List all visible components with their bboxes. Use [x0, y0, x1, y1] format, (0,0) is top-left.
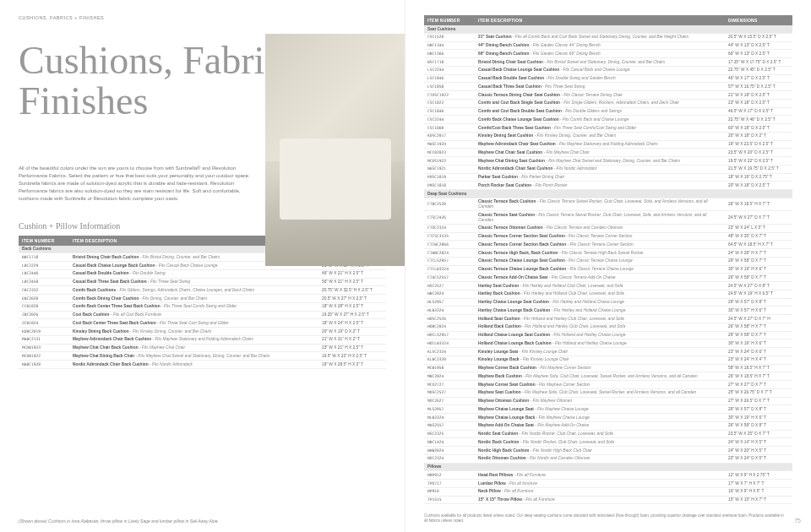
table-row: NHB2024Nordic High Back Cushion - Fits N…	[424, 447, 792, 455]
cell-dim: 30" W X 19" H X 6" T	[725, 414, 792, 422]
cell-desc: Comfo/Cozi Back Three Seat Cushion - Fit…	[475, 124, 725, 133]
cell-item: CTBC2520	[424, 198, 475, 211]
cell-dim: 19.25" W X 27" H X 2.5" T	[318, 311, 386, 319]
table-row: CSC2244Comfo Back Chaise Lounge Seat Cus…	[424, 116, 792, 124]
cell-item: HOSC2526	[424, 315, 475, 323]
cell-dim: 24.5" W X 27" D X 7" H	[725, 315, 792, 323]
cell-item: MDSC2527	[424, 388, 475, 397]
cell-desc: Mayhew Adirondack Chair Seat Cushion - F…	[475, 140, 725, 149]
cell-item: NP916	[424, 487, 475, 496]
cell-desc: Nordic Adirondack Chair Seat Cushion - F…	[475, 165, 725, 173]
cell-item: TP1717	[424, 504, 475, 505]
table-row: CTCLB3324Classic Terrace Chaise Lounge B…	[424, 265, 792, 274]
cell-dim: 20" W X 18" D X 2.5" T	[725, 182, 792, 190]
cell-item: HLB3324	[424, 307, 475, 315]
cell-desc: Classic Terrace Chaise Lounge Seat Cushi…	[475, 257, 725, 265]
cell-desc: Comfo and Cozi Back Double Seat Cushion …	[475, 107, 725, 116]
cell-desc: Hartley Back Cushion - Fits Hartley and …	[475, 290, 725, 298]
cell-desc: Cozi Back Center Three Seat Back Cushion…	[69, 319, 318, 328]
table-row: MDSC2527Mayhew Seat Cushion - Fits Mayhe…	[424, 388, 792, 397]
cell-item: CSC1860	[424, 124, 475, 133]
cell-dim: 66" W X 13" D X 2.5" T	[725, 50, 792, 58]
cell-item: MCDS1922	[424, 157, 475, 166]
right-cushion-table: ITEM NUMBER ITEM DESCRIPTION DIMENSIONS …	[424, 15, 792, 505]
table-row: NP916Neck Pillow - Fits all Furniture16"…	[424, 487, 792, 496]
cell-item: LBC2446	[19, 269, 69, 278]
cell-dim: 26" W X 18.5" H X 7" T	[725, 198, 792, 211]
table-row: MBC2024Mayhew Back Cushion - Fits Mayhew…	[424, 372, 792, 381]
table-row: MLS2957Mayhew Chaise Lounge Seat - Fits …	[424, 405, 792, 414]
cell-desc: Casual Back Double Cushion - Fits Double…	[69, 269, 318, 278]
table-row: CTBC2520Classic Terrace Back Cushion - F…	[424, 198, 792, 211]
cell-dim: 20" W X 19" D X 2" T	[318, 328, 386, 336]
table-row: CSC152021" Seat Cushion - Fits all Comfo…	[424, 33, 792, 41]
table-subhead: Pillows	[424, 463, 792, 471]
cell-item: CBC2332	[19, 286, 69, 295]
cell-dim: 23" W X 21" H X 2.5" T	[318, 344, 386, 352]
table-row: HRP912Head Rest Pillows - Fits all Furni…	[424, 471, 792, 480]
table-row: HOBC2024Holland Back Cushion - Fits Holl…	[424, 323, 792, 331]
left-page: CUSHIONS, FABRICS + FINISHES Cushions, F…	[0, 0, 406, 532]
cell-dim: 23.5" W X 20" D X 2.5" T	[725, 149, 792, 157]
cell-item: NOC2324	[424, 454, 475, 463]
cell-desc: Nordic Ottoman Cushion - Fits Nordic and…	[475, 454, 725, 463]
cell-dim: 23" W X 24" H X 4" T	[725, 356, 792, 364]
cell-item: CTOC2324	[424, 224, 475, 232]
cell-item: ZBC2026	[19, 311, 69, 319]
cell-item: MBC2024	[424, 372, 475, 381]
cell-dim: 19.5" W X 22" H X 2.5" T	[318, 352, 386, 361]
cell-dim: 24" W X 28" H X 7" T	[725, 249, 792, 258]
table-row: CTSC2426Classic Terrace Seat Cushion - F…	[424, 211, 792, 225]
table-row: LBC2446Casual Back Double Cushion - Fits…	[19, 269, 386, 278]
cell-desc: Mayhew Corner Back Cushion - Fits Mayhew…	[475, 364, 725, 372]
cell-desc: Classic Terrace Seat Cushion - Fits Clas…	[475, 211, 725, 225]
cell-dim: 26" W X 58" D X 8" T	[725, 421, 792, 430]
cell-item: BBC1718	[19, 253, 69, 262]
cell-dim: 64.5" W X 18.5" H X 7" T	[725, 241, 792, 249]
table-row: LSC2244Casual Back Chaise Lounge Seat Cu…	[424, 66, 792, 74]
cell-desc: Hartley Seat Cushion - Fits Hartley and …	[475, 282, 725, 290]
cell-desc: Kinsley Dining Seat Cushion - Fits Kinsl…	[475, 132, 725, 140]
cell-desc: Mayhew Chat Chair Back Cushion - Fits Ma…	[69, 344, 318, 352]
cell-dim: 27" W X 26.5" D X 7" T	[725, 397, 792, 405]
table-row: MCB1958Mayhew Corner Back Cushion - Fits…	[424, 364, 792, 372]
cell-dim: 57" W X 16.75" D X 2.5" T	[725, 83, 792, 91]
table-row: HLS2957Hartley Chaise Lounge Seat Cushio…	[424, 298, 792, 307]
cell-dim: 20" W X 18" D X 2" T	[725, 132, 792, 140]
cell-dim: 18" W X 28" H X 2.5" T	[318, 302, 386, 311]
table-row: CTACS2557Classic Terrace Add-On Chaise S…	[424, 274, 792, 282]
cell-item: LSC1858	[424, 83, 475, 91]
table-row: CTCLS2957Classic Terrace Chaise Lounge S…	[424, 257, 792, 265]
cell-dim: 29" W X 58" D X 7" T	[725, 331, 792, 339]
table-row: CTHBC2824Classic Terrace High Back, Back…	[424, 249, 792, 258]
cell-desc: Mayhew Back Cushion - Fits Mayhew Sofa, …	[475, 372, 725, 381]
cell-desc: Comfo and Cozi Back Single Seat Cushion …	[475, 99, 725, 107]
cell-desc: Classic Terrace Corner Section Seat Cush…	[475, 232, 725, 241]
cell-item: CSC1846	[424, 107, 475, 116]
right-page: ITEM NUMBER ITEM DESCRIPTION DIMENSIONS …	[406, 0, 811, 532]
photo-caption: (Shown above) Cushions in Iona Alabaster…	[19, 518, 219, 524]
cell-desc: Comfo Back Dining Chair Cushion - Fits D…	[69, 295, 318, 303]
table-subhead: Seat Cushions	[424, 25, 792, 33]
cell-desc: 17" X 17" Throw Pillow - Fits all Furnit…	[475, 504, 725, 505]
col-desc: ITEM DESCRIPTION	[475, 15, 725, 25]
table-row: DBC134444" Dining Bench Cushion - Fits G…	[424, 41, 792, 50]
cell-dim: 23" W X 24" D X 5" T	[725, 454, 792, 463]
table-row: BSC1718Bristol Dining Chair Seat Cushion…	[424, 58, 792, 67]
table-row: NSC2325Nordic Seat Cushion - Fits Nordic…	[424, 430, 792, 438]
cell-item: CTDSC1922	[424, 91, 475, 100]
cell-item: MAS2557	[424, 421, 475, 430]
cell-dim: 21" W X 18" D X 2.5" T	[725, 91, 792, 100]
cell-desc: Mayhew Chat Chair Seat Cushion - Fits Ma…	[475, 149, 725, 157]
cell-item: NBC1424	[424, 438, 475, 447]
cell-dim: 21.5" W X 19.75" D X 2.5" T	[725, 165, 792, 173]
cell-dim: 16" W X 9" H X 5" T	[725, 487, 792, 496]
cell-dim: 20.5" W X 15.5" D X 2.5" T	[725, 33, 792, 41]
cell-item: MASC1924	[424, 140, 475, 149]
cell-item: BSC1718	[424, 58, 475, 67]
cell-desc: Head Rest Pillows - Fits all Furniture	[475, 471, 725, 480]
cell-dim: 26" W X 18.5" H X 7" T	[725, 372, 792, 381]
cell-item: CTHBC2824	[424, 249, 475, 258]
cell-dim: 17.25" W X 17.75" D X 2.5" T	[725, 58, 792, 67]
cell-dim: 29" W X 58" D X 7" T	[725, 257, 792, 265]
